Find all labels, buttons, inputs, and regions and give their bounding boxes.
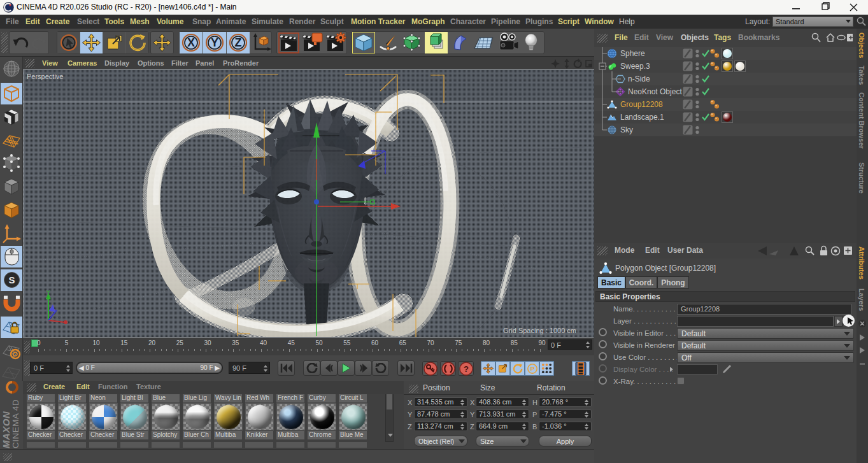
svg-text:Z: Z [235,36,242,49]
svg-text:P: P [530,365,534,372]
svg-text:Y: Y [211,36,218,49]
svg-text:Grid Spacing : 1000 cm: Grid Spacing : 1000 cm [503,327,576,334]
svg-text:S: S [8,274,15,285]
svg-text:Perspective: Perspective [27,73,63,80]
svg-text:?: ? [464,364,469,374]
svg-text:X: X [187,36,195,49]
